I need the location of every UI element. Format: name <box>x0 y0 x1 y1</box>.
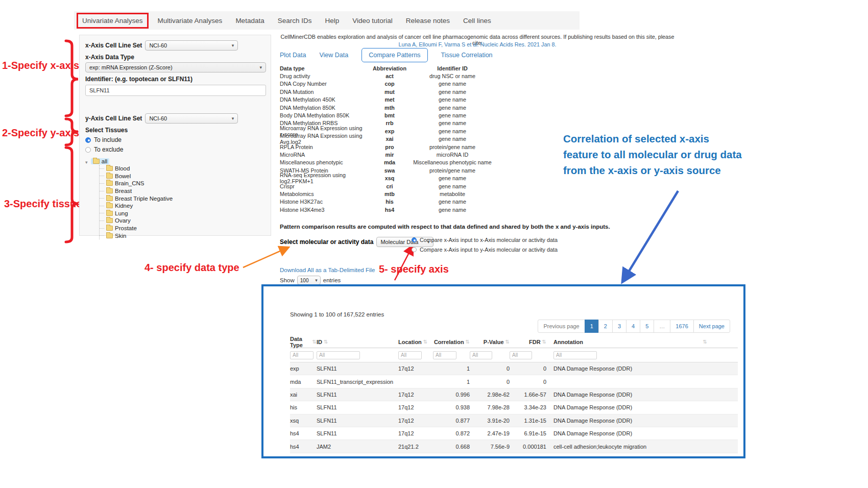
radio-compare-option-1[interactable]: Compare x-Axis input to x-Axis molecular… <box>412 237 558 243</box>
radio-unselected-icon <box>412 247 417 252</box>
brace-step1 <box>66 41 78 116</box>
nav-tab-release-notes[interactable]: Release notes <box>399 17 456 25</box>
previous-page-button[interactable]: Previous page <box>538 320 585 333</box>
x-axis-data-type-label: x-Axis Data Type <box>85 54 265 61</box>
filter-input-annotation[interactable] <box>553 351 597 359</box>
y-axis-cell-line-select[interactable]: NCI-60 ▾ <box>145 113 238 124</box>
table-row: hs4SLFN1117q120.8722.47e-196.91e-15DNA D… <box>290 427 738 440</box>
tab-view-data[interactable]: View Data <box>319 52 348 59</box>
tree-node-lung[interactable]: Lung <box>100 210 265 217</box>
x-axis-cell-line-select[interactable]: NCI-60 ▾ <box>145 40 238 51</box>
x-axis-data-type-select[interactable]: exp: mRNA Expression (Z-Score) ▾ <box>85 62 266 72</box>
datatype-header-identifier-id: Identifier ID <box>412 65 493 71</box>
column-header-correlation[interactable]: Correlation⇅ <box>433 339 470 345</box>
folder-icon <box>106 211 113 216</box>
showing-entries-text: Showing 1 to 100 of 167,522 entries <box>290 311 384 318</box>
datatype-row-his: Histone H3K27achisgene name <box>280 198 493 206</box>
table-row: xsqSLFN1117q120.8773.91e-201.31e-15DNA D… <box>290 414 738 427</box>
download-link[interactable]: Download All as a Tab-Delimited File <box>280 267 375 273</box>
sort-icon[interactable]: ⇅ <box>324 339 328 345</box>
annotation-step5: 5- specify axis <box>379 263 449 275</box>
tree-node-brain-cns[interactable]: Brain_CNS <box>100 180 265 187</box>
nav-tab-univariate-analyses[interactable]: Univariate Analyses <box>77 13 149 29</box>
pagination: Previous page12345…1676Next page <box>531 320 730 333</box>
page-button-3[interactable]: 3 <box>612 320 626 333</box>
chevron-down-icon: ▾ <box>259 65 262 70</box>
column-header-p-value[interactable]: P-Value⇅ <box>470 339 510 345</box>
table-row: mdaSLFN11_transcript_expression100 <box>290 375 738 388</box>
arrow-step4 <box>243 248 288 267</box>
annotation-step3: 3-Specify tissues <box>4 198 87 210</box>
column-header-data-type[interactable]: Data Type⇅ <box>290 336 317 348</box>
folder-icon <box>93 159 100 164</box>
datatype-row-mtb: Metabolomicsmtbmetabolite <box>280 190 493 198</box>
identifier-input[interactable] <box>85 85 266 96</box>
tab-plot-data[interactable]: Plot Data <box>280 52 306 59</box>
filter-input-id[interactable] <box>317 351 360 359</box>
tree-node-kidney[interactable]: Kidney <box>100 202 265 210</box>
tree-node-breast-triple-negative[interactable]: Breast Triple Negative <box>100 194 265 202</box>
citation-link[interactable]: Luna A, Elloumi F, Varma S et al. Nuclei… <box>276 41 679 47</box>
datatype-row-hs4: Histone H3K4me3hs4gene name <box>280 206 493 213</box>
tree-expander-icon[interactable]: ▾ <box>85 160 88 165</box>
page-button-4[interactable]: 4 <box>626 320 640 333</box>
sort-icon[interactable]: ⇅ <box>423 339 427 345</box>
tree-node-ovary[interactable]: Ovary <box>100 217 265 225</box>
folder-icon <box>106 181 113 186</box>
sort-icon[interactable]: ⇅ <box>466 339 470 345</box>
tree-node-prostate[interactable]: Prostate <box>100 225 265 232</box>
sort-icon[interactable]: ⇅ <box>505 339 510 345</box>
nav-tab-metadata[interactable]: Metadata <box>229 17 271 25</box>
column-header-annotation[interactable]: Annotation⇅ <box>546 339 738 345</box>
x-axis-cell-line-label: x-Axis Cell Line Set <box>85 42 142 49</box>
datatype-row-met: DNA Methylation 450Kmetgene name <box>280 96 493 104</box>
show-label: Show <box>280 277 295 283</box>
tree-node-bowel[interactable]: Bowel <box>100 173 265 180</box>
tree-node-skin[interactable]: Skin <box>100 232 265 239</box>
annotation-correlation-note: Correlation of selected x-axis feature t… <box>563 131 744 178</box>
table-row: hs4JAM221q21.20.6687.56e-90.000181cell-c… <box>290 440 738 453</box>
datatype-row-pro: RPLA Proteinproprotein/gene name <box>280 143 493 151</box>
tree-node-breast[interactable]: Breast <box>100 187 265 195</box>
radio-compare-option-2[interactable]: Compare x-Axis input to y-Axis molecular… <box>412 247 558 253</box>
filter-input-correlation[interactable] <box>433 351 456 359</box>
radio-exclude-tissues[interactable]: To exclude <box>85 146 265 153</box>
filter-input-p-value[interactable] <box>470 351 492 359</box>
page-button-1676[interactable]: 1676 <box>670 320 693 333</box>
filter-input-data-type[interactable] <box>290 351 314 359</box>
tab-tissue-correlation[interactable]: Tissue Correlation <box>441 52 493 59</box>
sort-icon[interactable]: ⇅ <box>542 339 546 345</box>
nav-tab-multivariate-analyses[interactable]: Multivariate Analyses <box>151 17 229 25</box>
datatype-header-abbreviation: Abbreviation <box>368 65 412 71</box>
nav-tab-video-tutorial[interactable]: Video tutorial <box>346 17 399 25</box>
column-header-id[interactable]: ID⇅ <box>317 339 398 345</box>
datatype-row-mir: MicroRNAmirmicroRNA ID <box>280 151 493 158</box>
page-button-2[interactable]: 2 <box>598 320 613 333</box>
nav-tab-help[interactable]: Help <box>318 17 346 25</box>
datatype-row-cop: DNA Copy Numbercopgene name <box>280 80 493 88</box>
tab-compare-patterns[interactable]: Compare Patterns <box>361 48 427 62</box>
filter-input-location[interactable] <box>398 351 422 359</box>
folder-icon <box>106 226 113 231</box>
radio-include-tissues[interactable]: To include <box>85 136 265 143</box>
column-header-fdr[interactable]: FDR⇅ <box>510 339 546 345</box>
folder-icon <box>106 196 113 201</box>
show-entries-select[interactable]: 100 ▾ <box>297 276 321 285</box>
sort-icon[interactable]: ⇅ <box>312 339 317 345</box>
column-header-location[interactable]: Location⇅ <box>398 339 433 345</box>
tree-node-blood[interactable]: Blood <box>100 165 265 173</box>
next-page-button[interactable]: Next page <box>693 320 730 333</box>
datatype-table: Data typeAbbreviationIdentifier IDDrug a… <box>280 64 493 213</box>
chevron-down-icon: ▾ <box>232 116 234 121</box>
tree-node-all[interactable]: all <box>91 158 110 164</box>
page-button-5[interactable]: 5 <box>640 320 654 333</box>
nav-tab-cell-lines[interactable]: Cell lines <box>456 17 498 25</box>
filter-input-fdr[interactable] <box>510 351 532 359</box>
page-button-1[interactable]: 1 <box>585 320 599 333</box>
folder-icon <box>106 233 113 238</box>
chevron-down-icon: ▾ <box>232 43 234 48</box>
results-table-body: expSLFN1117q12100DNA Damage Response (DD… <box>290 362 738 453</box>
nav-tab-search-ids[interactable]: Search IDs <box>271 17 319 25</box>
table-row: xaiSLFN1117q120.9962.98e-621.66e-57DNA D… <box>290 388 738 401</box>
sort-icon[interactable]: ⇅ <box>703 339 707 345</box>
